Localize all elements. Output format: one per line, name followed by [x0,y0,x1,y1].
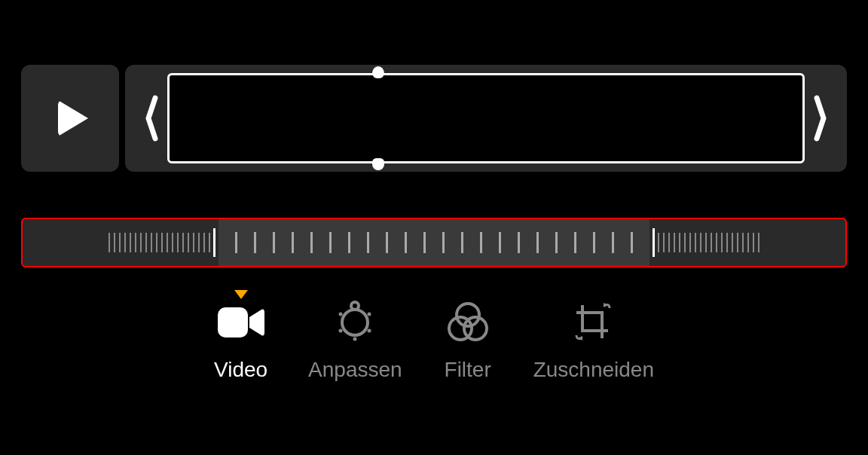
tab-filter[interactable]: Filter [443,298,493,382]
playhead-top[interactable] [372,66,384,78]
timeline-trimmer[interactable] [125,65,847,172]
svg-point-2 [351,302,359,310]
play-icon [58,100,88,136]
dense-ticks-left [108,233,210,252]
clip-area[interactable] [167,73,805,163]
tab-filter-label: Filter [445,358,491,382]
sparse-ticks-center [219,219,649,266]
bottom-tabs: Video Anpassen Filter [0,298,868,382]
playhead-bottom[interactable] [372,158,384,170]
speed-scrubber[interactable] [21,218,847,267]
dense-ticks-right [658,233,760,252]
tab-video-label: Video [214,358,267,382]
svg-rect-0 [218,307,248,337]
svg-point-1 [342,310,368,335]
svg-marker-12 [578,336,582,340]
adjust-icon [330,298,380,347]
svg-point-8 [457,304,479,326]
major-tick-right [653,228,655,257]
svg-point-5 [339,329,343,333]
top-controls [21,65,847,172]
tab-crop-label: Zuschneiden [533,358,654,382]
svg-point-6 [368,329,371,333]
tab-adjust[interactable]: Anpassen [308,298,402,382]
svg-point-10 [464,317,487,340]
trim-handle-left[interactable] [140,92,163,145]
active-indicator-icon [234,290,248,299]
svg-point-4 [368,313,371,316]
major-tick-left [213,228,215,257]
filter-icon [443,298,493,347]
chevron-right-icon [814,92,827,145]
crop-icon [569,298,619,347]
tab-adjust-label: Anpassen [308,358,402,382]
scrubber-ticks [23,219,845,266]
svg-point-3 [339,313,343,316]
video-icon [216,298,266,347]
tab-crop[interactable]: Zuschneiden [533,298,654,382]
play-button[interactable] [21,65,119,172]
trim-handle-right[interactable] [809,92,832,145]
svg-point-7 [353,337,357,341]
chevron-left-icon [145,92,158,145]
tab-video[interactable]: Video [214,298,267,382]
svg-marker-11 [604,303,608,307]
